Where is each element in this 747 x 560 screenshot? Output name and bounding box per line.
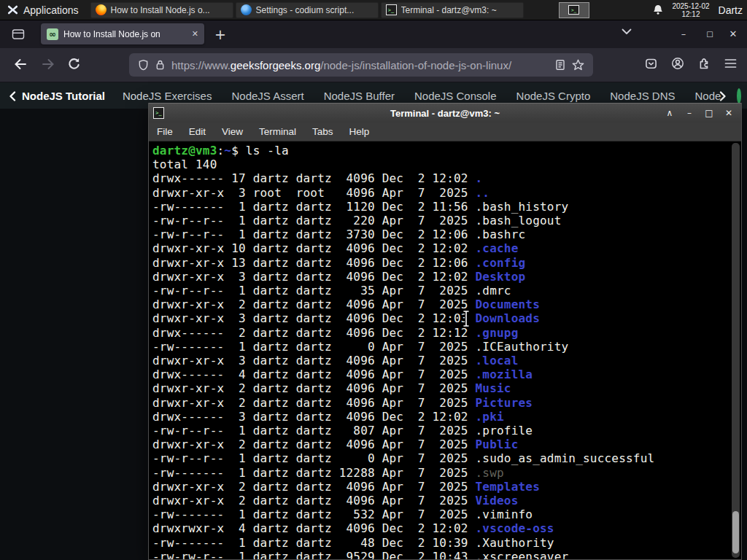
terminal-menubar: File Edit View Terminal Tabs Help [149,122,741,141]
terminal-line: drwx------ 4 dartz dartz 4096 Apr 7 2025… [152,368,741,381]
taskbar-item-label: Settings - codium script... [256,5,355,15]
terminal-title: Terminal - dartz@vm3: ~ [149,108,741,119]
nav-item-nodejs-assert[interactable]: NodeJS Assert [231,90,303,102]
nav-item-nodejs-dns[interactable]: NodeJS DNS [610,90,675,102]
workspace-switcher[interactable]: >_ [559,2,589,18]
extensions-puzzle-icon[interactable] [698,57,711,69]
new-tab-button[interactable]: + [214,26,226,42]
bookmark-star-icon[interactable] [572,59,584,71]
terminal-content[interactable]: dartz@vm3:~$ ls -la total 140 drwx------… [149,141,741,559]
nav-chevron-left-icon[interactable] [9,91,16,101]
terminal-window-icon: >_ [153,107,164,119]
terminal-line: -rw-r--r-- 1 dartz dartz 220 Apr 7 2025 … [152,214,741,228]
tab-close-icon[interactable]: ✕ [192,29,198,39]
top-panel: Applications How to Install Node.js o...… [0,0,747,20]
terminal-line: -rw-r--r-- 1 dartz dartz 807 Apr 7 2025 … [152,424,741,438]
codium-icon [241,4,252,15]
applications-menu[interactable]: Applications [0,0,86,20]
list-all-tabs-icon[interactable] [622,28,632,35]
terminal-line: drwx------ 17 dartz dartz 4096 Dec 2 12:… [152,171,741,185]
terminal-minimize-button[interactable]: – [684,108,694,118]
url-path: /node-js/installation-of-node-js-on-linu… [320,59,511,71]
menu-file[interactable]: File [149,126,181,137]
terminal-line: -rw-r--r-- 1 dartz dartz 35 Apr 7 2025 .… [152,284,741,298]
nav-item-nodejs-tutorial[interactable]: NodeJS Tutorial [22,90,105,102]
lock-icon[interactable] [155,59,165,71]
notification-bell-icon[interactable] [653,4,663,15]
gfg-favicon: ∞ [47,28,58,40]
terminal-shade-button[interactable]: ∧ [665,108,675,118]
browser-tab[interactable]: ∞ How to Install Node.js on ✕ [41,23,204,44]
nav-item-nodejs-exercises[interactable]: NodeJS Exercises [123,90,212,102]
terminal-line: drwxr-xr-x 3 dartz dartz 4096 Dec 2 12:0… [152,270,741,284]
pocket-icon[interactable] [645,58,657,70]
terminal-scrollbar-thumb[interactable] [732,511,739,553]
search-icon[interactable] [737,88,741,104]
xfce-logo-icon [7,4,18,15]
nav-item-truncated[interactable]: Node [694,90,721,102]
nav-chevron-right-icon[interactable] [719,91,727,101]
taskbar: How to Install Node.js o... Settings - c… [90,2,524,18]
terminal-line: drwx------ 2 dartz dartz 4096 Dec 2 12:1… [152,326,741,340]
nav-item-nodejs-crypto[interactable]: NodeJS Crypto [516,90,591,102]
taskbar-item-codium[interactable]: Settings - codium script... [236,2,379,18]
workspace-terminal-icon: >_ [568,5,579,15]
panel-clock[interactable]: 2025-12-02 12:12 [672,2,709,18]
prompt-command: $ ls -la [231,144,289,158]
firefox-icon [96,4,107,15]
user-label[interactable]: Dartz [719,4,743,16]
taskbar-item-terminal[interactable]: >_ Terminal - dartz@vm3: ~ [381,2,524,18]
terminal-line: drwxr-xr-x 2 dartz dartz 4096 Apr 7 2025… [152,298,741,311]
reload-icon[interactable] [67,57,81,71]
terminal-line: drwxr-xr-x 3 dartz dartz 4096 Apr 7 2025… [152,354,741,368]
url-bar[interactable]: https://www.geeksforgeeks.org/node-js/in… [129,53,593,77]
terminal-line: -rw-r--r-- 1 dartz dartz 0 Apr 7 2025 .s… [152,451,741,465]
prompt-path: ~ [224,144,231,158]
terminal-scrollbar[interactable] [732,143,740,558]
terminal-line: drwxr-xr-x 10 dartz dartz 4096 Dec 2 12:… [152,241,741,255]
browser-maximize-button[interactable]: □ [699,20,721,48]
taskbar-item-label: Terminal - dartz@vm3: ~ [401,5,497,15]
terminal-line: drwxrwxr-x 4 dartz dartz 4096 Dec 2 12:0… [152,521,741,535]
applications-label: Applications [23,4,79,16]
browser-minimize-button[interactable]: – [673,20,694,48]
menu-view[interactable]: View [214,126,251,137]
menu-tabs[interactable]: Tabs [304,126,341,137]
prompt-separator: : [217,144,225,158]
terminal-line: drwxr-xr-x 2 dartz dartz 4096 Apr 7 2025… [152,494,741,508]
terminal-line: -rw------- 1 dartz dartz 12288 Apr 7 202… [152,466,741,480]
tab-bar: ∞ How to Install Node.js on ✕ + – □ ✕ [0,20,747,48]
url-scheme: https://www. [171,59,231,71]
url-domain: geeksforgeeks.org [231,59,320,71]
terminal-close-button[interactable]: ✕ [724,108,734,118]
hamburger-menu-icon[interactable] [724,58,737,69]
account-icon[interactable] [671,57,684,70]
clock-date: 2025-12-02 [672,2,709,10]
taskbar-item-firefox[interactable]: How to Install Node.js o... [90,2,233,18]
terminal-line: drwxr-xr-x 2 dartz dartz 4096 Apr 7 2025… [152,480,741,494]
terminal-output: dartz@vm3:~$ ls -la total 140 drwx------… [149,141,741,559]
terminal-line: -rw-rw-r-- 1 dartz dartz 9529 Dec 2 10:4… [152,550,741,559]
terminal-line: -rw------- 1 dartz dartz 0 Apr 7 2025 .I… [152,340,741,354]
nav-item-nodejs-buffer[interactable]: NodeJS Buffer [324,90,395,102]
terminal-titlebar[interactable]: >_ Terminal - dartz@vm3: ~ ∧ – □ ✕ [149,103,741,122]
reader-view-icon[interactable] [555,59,565,71]
menu-help[interactable]: Help [341,126,378,137]
terminal-line: drwxr-xr-x 3 dartz dartz 4096 Dec 2 12:0… [152,311,741,325]
forward-icon[interactable] [41,58,55,71]
firefox-view-icon[interactable] [12,28,25,40]
terminal-maximize-button[interactable]: □ [704,108,714,118]
terminal-line: drwxr-xr-x 3 root root 4096 Apr 7 2025 .… [152,186,741,200]
url-text: https://www.geeksforgeeks.org/node-js/in… [171,59,549,71]
nav-item-nodejs-console[interactable]: NodeJS Console [414,90,497,102]
navigation-toolbar: https://www.geeksforgeeks.org/node-js/in… [0,48,747,82]
terminal-line: -rw-r--r-- 1 dartz dartz 3730 Dec 2 12:0… [152,228,741,241]
tracking-shield-icon[interactable] [138,59,149,71]
back-icon[interactable] [13,58,28,71]
menu-edit[interactable]: Edit [181,126,214,137]
terminal-line: drwxr-xr-x 2 dartz dartz 4096 Apr 7 2025… [152,396,741,410]
browser-close-button[interactable]: ✕ [722,20,744,48]
clock-time: 12:12 [672,10,709,18]
terminal-line: drwx------ 3 dartz dartz 4096 Dec 2 12:0… [152,410,741,424]
menu-terminal[interactable]: Terminal [251,126,304,137]
